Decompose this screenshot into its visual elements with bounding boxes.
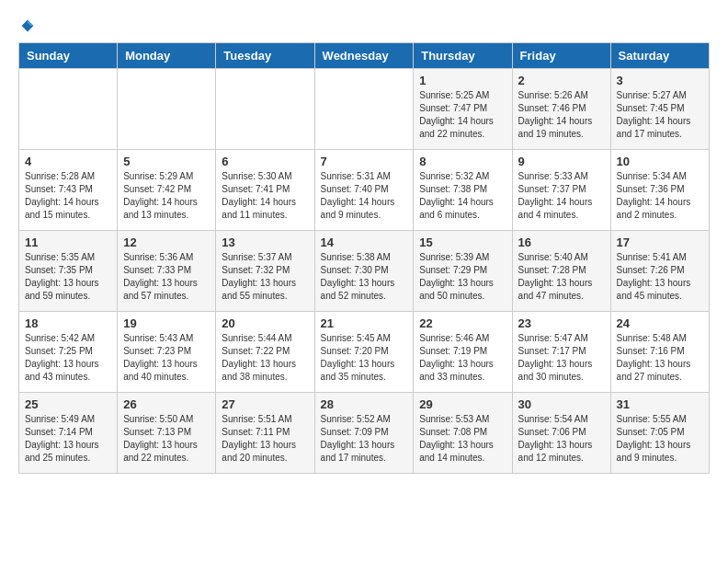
header: [18, 18, 710, 33]
day-cell: 14Sunrise: 5:38 AM Sunset: 7:30 PM Dayli…: [314, 231, 414, 312]
day-cell: 26Sunrise: 5:50 AM Sunset: 7:13 PM Dayli…: [118, 393, 216, 474]
day-number: 27: [222, 397, 308, 411]
day-number: 1: [419, 74, 506, 87]
day-cell: 6Sunrise: 5:30 AM Sunset: 7:41 PM Daylig…: [216, 150, 314, 231]
day-info: Sunrise: 5:50 AM Sunset: 7:13 PM Dayligh…: [123, 413, 210, 465]
day-cell: 2Sunrise: 5:26 AM Sunset: 7:46 PM Daylig…: [512, 69, 610, 150]
weekday-header-row: SundayMondayTuesdayWednesdayThursdayFrid…: [19, 43, 710, 69]
day-info: Sunrise: 5:38 AM Sunset: 7:30 PM Dayligh…: [321, 251, 408, 303]
day-number: 30: [518, 397, 605, 411]
week-row-2: 4Sunrise: 5:28 AM Sunset: 7:43 PM Daylig…: [19, 150, 710, 231]
day-number: 15: [419, 236, 506, 249]
day-number: 9: [518, 155, 605, 168]
day-number: 12: [123, 236, 210, 249]
day-number: 31: [617, 397, 703, 411]
day-info: Sunrise: 5:47 AM Sunset: 7:17 PM Dayligh…: [518, 332, 605, 384]
day-number: 25: [25, 397, 111, 411]
day-number: 19: [123, 316, 210, 330]
day-info: Sunrise: 5:45 AM Sunset: 7:20 PM Dayligh…: [321, 332, 408, 384]
day-info: Sunrise: 5:49 AM Sunset: 7:14 PM Dayligh…: [25, 413, 111, 465]
weekday-header-wednesday: Wednesday: [314, 43, 414, 69]
day-info: Sunrise: 5:33 AM Sunset: 7:37 PM Dayligh…: [518, 170, 605, 222]
day-info: Sunrise: 5:39 AM Sunset: 7:29 PM Dayligh…: [419, 251, 506, 303]
day-info: Sunrise: 5:25 AM Sunset: 7:47 PM Dayligh…: [419, 89, 506, 141]
day-cell: 30Sunrise: 5:54 AM Sunset: 7:06 PM Dayli…: [512, 393, 610, 474]
day-cell: 8Sunrise: 5:32 AM Sunset: 7:38 PM Daylig…: [414, 150, 512, 231]
day-info: Sunrise: 5:30 AM Sunset: 7:41 PM Dayligh…: [222, 170, 308, 222]
day-cell: 7Sunrise: 5:31 AM Sunset: 7:40 PM Daylig…: [314, 150, 414, 231]
day-info: Sunrise: 5:42 AM Sunset: 7:25 PM Dayligh…: [25, 332, 111, 384]
day-info: Sunrise: 5:52 AM Sunset: 7:09 PM Dayligh…: [321, 413, 408, 465]
day-cell: 21Sunrise: 5:45 AM Sunset: 7:20 PM Dayli…: [314, 312, 414, 393]
day-cell: 27Sunrise: 5:51 AM Sunset: 7:11 PM Dayli…: [216, 393, 314, 474]
day-number: 22: [419, 316, 506, 330]
day-info: Sunrise: 5:51 AM Sunset: 7:11 PM Dayligh…: [222, 413, 308, 465]
day-cell: 20Sunrise: 5:44 AM Sunset: 7:22 PM Dayli…: [216, 312, 314, 393]
day-number: 8: [419, 155, 506, 168]
week-row-5: 25Sunrise: 5:49 AM Sunset: 7:14 PM Dayli…: [19, 393, 710, 474]
day-cell: 28Sunrise: 5:52 AM Sunset: 7:09 PM Dayli…: [314, 393, 414, 474]
day-number: 7: [321, 155, 408, 168]
weekday-header-thursday: Thursday: [414, 43, 512, 69]
day-cell: 5Sunrise: 5:29 AM Sunset: 7:42 PM Daylig…: [118, 150, 216, 231]
day-number: 28: [321, 397, 408, 411]
day-number: 17: [617, 236, 703, 249]
day-cell: 15Sunrise: 5:39 AM Sunset: 7:29 PM Dayli…: [414, 231, 512, 312]
day-cell: [216, 69, 314, 150]
day-number: 11: [25, 236, 111, 249]
day-info: Sunrise: 5:27 AM Sunset: 7:45 PM Dayligh…: [617, 89, 703, 141]
day-info: Sunrise: 5:48 AM Sunset: 7:16 PM Dayligh…: [617, 332, 703, 384]
day-cell: 18Sunrise: 5:42 AM Sunset: 7:25 PM Dayli…: [19, 312, 118, 393]
day-cell: 16Sunrise: 5:40 AM Sunset: 7:28 PM Dayli…: [512, 231, 610, 312]
day-info: Sunrise: 5:36 AM Sunset: 7:33 PM Dayligh…: [123, 251, 210, 303]
weekday-header-saturday: Saturday: [610, 43, 709, 69]
day-cell: [314, 69, 414, 150]
day-info: Sunrise: 5:44 AM Sunset: 7:22 PM Dayligh…: [222, 332, 308, 384]
day-cell: 29Sunrise: 5:53 AM Sunset: 7:08 PM Dayli…: [414, 393, 512, 474]
day-info: Sunrise: 5:46 AM Sunset: 7:19 PM Dayligh…: [419, 332, 506, 384]
day-cell: [19, 69, 118, 150]
day-number: 10: [617, 155, 703, 168]
day-number: 16: [518, 236, 605, 249]
day-info: Sunrise: 5:35 AM Sunset: 7:35 PM Dayligh…: [25, 251, 111, 303]
day-info: Sunrise: 5:55 AM Sunset: 7:05 PM Dayligh…: [617, 413, 703, 465]
day-number: 24: [617, 316, 703, 330]
day-number: 4: [25, 155, 111, 168]
day-info: Sunrise: 5:29 AM Sunset: 7:42 PM Dayligh…: [123, 170, 210, 222]
week-row-3: 11Sunrise: 5:35 AM Sunset: 7:35 PM Dayli…: [19, 231, 710, 312]
day-info: Sunrise: 5:34 AM Sunset: 7:36 PM Dayligh…: [617, 170, 703, 222]
day-number: 21: [321, 316, 408, 330]
day-number: 13: [222, 236, 308, 249]
day-number: 23: [518, 316, 605, 330]
day-cell: 3Sunrise: 5:27 AM Sunset: 7:45 PM Daylig…: [610, 69, 709, 150]
day-info: Sunrise: 5:41 AM Sunset: 7:26 PM Dayligh…: [617, 251, 703, 303]
day-info: Sunrise: 5:40 AM Sunset: 7:28 PM Dayligh…: [518, 251, 605, 303]
weekday-header-tuesday: Tuesday: [216, 43, 314, 69]
day-info: Sunrise: 5:37 AM Sunset: 7:32 PM Dayligh…: [222, 251, 308, 303]
day-cell: 31Sunrise: 5:55 AM Sunset: 7:05 PM Dayli…: [610, 393, 709, 474]
day-number: 5: [123, 155, 210, 168]
logo-icon: [20, 18, 35, 33]
day-info: Sunrise: 5:32 AM Sunset: 7:38 PM Dayligh…: [419, 170, 506, 222]
day-cell: 4Sunrise: 5:28 AM Sunset: 7:43 PM Daylig…: [19, 150, 118, 231]
weekday-header-sunday: Sunday: [19, 43, 118, 69]
day-cell: 22Sunrise: 5:46 AM Sunset: 7:19 PM Dayli…: [414, 312, 512, 393]
day-number: 14: [321, 236, 408, 249]
day-number: 6: [222, 155, 308, 168]
logo: [18, 18, 35, 33]
week-row-4: 18Sunrise: 5:42 AM Sunset: 7:25 PM Dayli…: [19, 312, 710, 393]
day-cell: 24Sunrise: 5:48 AM Sunset: 7:16 PM Dayli…: [610, 312, 709, 393]
day-cell: 12Sunrise: 5:36 AM Sunset: 7:33 PM Dayli…: [118, 231, 216, 312]
day-number: 29: [419, 397, 506, 411]
day-number: 20: [222, 316, 308, 330]
day-cell: 10Sunrise: 5:34 AM Sunset: 7:36 PM Dayli…: [610, 150, 709, 231]
day-info: Sunrise: 5:31 AM Sunset: 7:40 PM Dayligh…: [321, 170, 408, 222]
week-row-1: 1Sunrise: 5:25 AM Sunset: 7:47 PM Daylig…: [19, 69, 710, 150]
day-info: Sunrise: 5:26 AM Sunset: 7:46 PM Dayligh…: [518, 89, 605, 141]
day-number: 18: [25, 316, 111, 330]
day-cell: 17Sunrise: 5:41 AM Sunset: 7:26 PM Dayli…: [610, 231, 709, 312]
day-cell: 9Sunrise: 5:33 AM Sunset: 7:37 PM Daylig…: [512, 150, 610, 231]
day-number: 3: [617, 74, 703, 87]
day-cell: 1Sunrise: 5:25 AM Sunset: 7:47 PM Daylig…: [414, 69, 512, 150]
day-info: Sunrise: 5:54 AM Sunset: 7:06 PM Dayligh…: [518, 413, 605, 465]
